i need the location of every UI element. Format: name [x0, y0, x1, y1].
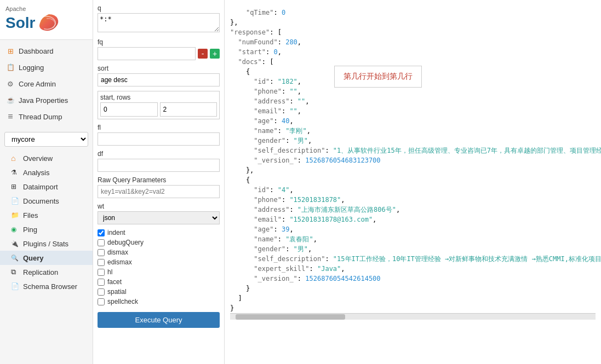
sidebar-item-overview-label: Overview [23, 154, 53, 163]
horizontal-scrollbar[interactable] [230, 313, 596, 320]
json-line: }, [230, 165, 596, 175]
sidebar-item-dataimport[interactable]: Dataimport [0, 180, 93, 194]
json-line: "email": "15201831878@163.com", [230, 215, 596, 224]
json-line: "name": "袁春阳", [230, 234, 596, 244]
debug-field: debugQuery [98, 239, 220, 246]
fq-add-button[interactable]: + [210, 49, 220, 59]
sort-input[interactable] [98, 73, 220, 86]
sidebar-item-query[interactable]: Query [0, 251, 93, 265]
json-line: "self_description": "15年IT工作经验，10年IT管理经验… [230, 254, 596, 264]
documents-icon [11, 197, 20, 205]
fl-field: fl [98, 124, 220, 146]
json-line: "start": 0, [230, 47, 596, 57]
wt-label: wt [98, 203, 220, 210]
query-panel: q *:* fq - + sort start, rows fl df Raw … [93, 0, 225, 364]
fq-input[interactable] [98, 47, 196, 60]
sidebar-item-core-admin[interactable]: Core Admin [0, 76, 93, 92]
json-line: "qTime": 0 [230, 8, 596, 18]
fq-row: - + [98, 47, 220, 60]
sidebar-item-overview[interactable]: Overview [0, 151, 93, 165]
edismax-checkbox[interactable] [98, 259, 105, 266]
files-icon [11, 211, 20, 219]
spatial-label: spatial [107, 288, 127, 296]
spellcheck-checkbox[interactable] [98, 298, 105, 305]
tooltip-box: 第几行开始到第几行 [334, 66, 422, 88]
json-line: "age": 40, [230, 116, 596, 126]
json-line: "id": "4", [230, 185, 596, 195]
raw-params-input[interactable] [98, 185, 220, 198]
json-line: } [230, 284, 596, 293]
sort-field: sort [98, 65, 220, 86]
sidebar-item-schema-label: Schema Browser [23, 282, 77, 291]
json-line: } [230, 303, 596, 313]
dashboard-icon [5, 46, 15, 56]
logo-area: Apache Solr [0, 0, 93, 40]
json-line: }, [230, 18, 596, 27]
fq-label: fq [98, 38, 220, 46]
debug-label: debugQuery [107, 239, 144, 246]
indent-checkbox[interactable] [98, 229, 105, 236]
indent-label: indent [107, 229, 125, 236]
sidebar-item-replication[interactable]: Replication [0, 265, 93, 279]
core-selector: mycore [4, 132, 88, 147]
thread-icon [5, 112, 15, 122]
sidebar-item-thread-dump[interactable]: Thread Dump [0, 108, 93, 125]
sidebar-item-analysis-label: Analysis [23, 169, 49, 177]
json-line: "numFound": 280, [230, 37, 596, 47]
hl-label: hl [107, 268, 112, 276]
fq-remove-button[interactable]: - [198, 49, 208, 59]
apache-label: Apache [5, 5, 87, 12]
json-line: "expert_skill": "Java", [230, 264, 596, 274]
fl-input[interactable] [98, 132, 220, 146]
fq-field: fq - + [98, 38, 220, 60]
sidebar-item-ping[interactable]: Ping [0, 222, 93, 236]
sidebar-item-dashboard[interactable]: Dashboard [0, 43, 93, 59]
df-label: df [98, 150, 220, 158]
sidebar-item-schema-browser[interactable]: Schema Browser [0, 279, 93, 293]
json-line: "phone": "15201831878", [230, 195, 596, 205]
sidebar-item-dataimport-label: Dataimport [23, 183, 58, 191]
spatial-checkbox[interactable] [98, 288, 105, 296]
core-select-dropdown[interactable]: mycore [4, 132, 88, 147]
json-line: "phone": "", [230, 86, 596, 96]
sidebar-item-plugins[interactable]: Plugins / Stats [0, 236, 93, 251]
schema-icon [11, 282, 20, 291]
q-label: q [98, 4, 220, 12]
scrollbar-thumb[interactable] [236, 314, 345, 320]
core-nav-section: Overview Analysis Dataimport Documents F… [0, 151, 93, 293]
sidebar-item-java-properties[interactable]: Java Properties [0, 92, 93, 108]
replication-icon [11, 268, 20, 276]
logging-icon [5, 62, 15, 72]
dataimport-icon [11, 182, 20, 191]
dismax-checkbox[interactable] [98, 249, 105, 256]
wt-select[interactable]: json xml csv [98, 211, 220, 224]
solr-text: Solr [5, 14, 35, 32]
spellcheck-field: spellcheck [98, 298, 220, 305]
overview-icon [11, 154, 20, 163]
java-icon [5, 95, 15, 105]
start-input[interactable] [100, 102, 158, 117]
fl-label: fl [98, 124, 220, 131]
spatial-field: spatial [98, 288, 220, 296]
sidebar-item-logging[interactable]: Logging [0, 59, 93, 76]
sidebar-item-files[interactable]: Files [0, 208, 93, 222]
solr-logo-icon [38, 12, 60, 34]
start-rows-field: start, rows [98, 91, 220, 119]
facet-checkbox[interactable] [98, 279, 105, 286]
rows-input[interactable] [160, 102, 217, 117]
hl-checkbox[interactable] [98, 269, 105, 276]
q-input[interactable]: *:* [98, 13, 220, 32]
sidebar-item-analysis[interactable]: Analysis [0, 165, 93, 180]
df-input[interactable] [98, 159, 220, 172]
json-line: "address": "", [230, 96, 596, 106]
debug-checkbox[interactable] [98, 239, 105, 246]
execute-query-button[interactable]: Execute Query [98, 312, 220, 328]
start-rows-inputs [100, 102, 217, 117]
sidebar-item-java-label: Java Properties [19, 96, 68, 105]
json-line: "response": [ [230, 27, 596, 37]
json-line: "gender": "男", [230, 244, 596, 254]
tooltip-text: 第几行开始到第几行 [344, 72, 413, 80]
sidebar-item-documents[interactable]: Documents [0, 194, 93, 208]
sidebar-item-replication-label: Replication [23, 268, 58, 276]
json-line: "name": "李刚", [230, 126, 596, 136]
